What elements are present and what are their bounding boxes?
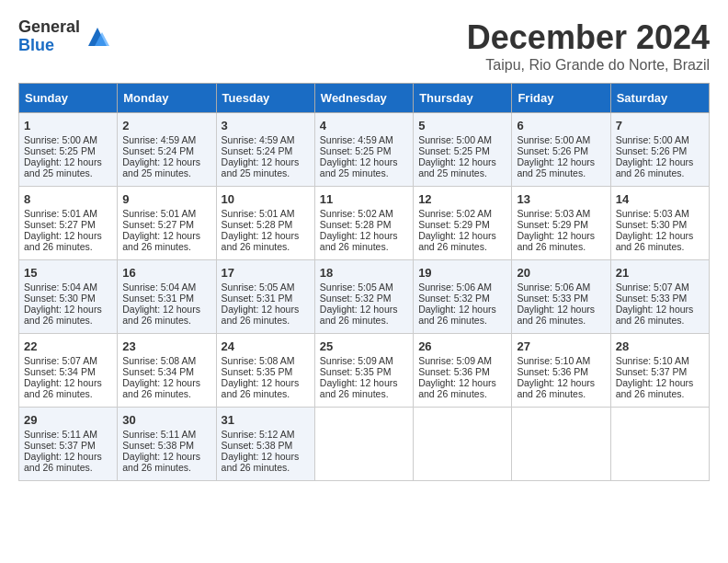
calendar-day-12: 12Sunrise: 5:02 AMSunset: 5:29 PMDayligh… <box>414 187 512 260</box>
calendar-day-2: 2Sunrise: 4:59 AMSunset: 5:24 PMDaylight… <box>118 113 216 187</box>
calendar-day-14: 14Sunrise: 5:03 AMSunset: 5:30 PMDayligh… <box>610 187 709 260</box>
calendar-day-4: 4Sunrise: 4:59 AMSunset: 5:25 PMDaylight… <box>314 113 413 187</box>
calendar-table: Sunday Monday Tuesday Wednesday Thursday… <box>18 83 710 481</box>
calendar-day-13: 13Sunrise: 5:03 AMSunset: 5:29 PMDayligh… <box>512 187 610 260</box>
empty-cell <box>414 408 512 481</box>
calendar-day-28: 28Sunrise: 5:10 AMSunset: 5:37 PMDayligh… <box>610 334 709 408</box>
sunrise-label: Sunrise: 5:00 AM <box>24 134 97 145</box>
day-number: 15 <box>24 266 112 280</box>
col-sunday: Sunday <box>19 84 118 113</box>
empty-cell <box>610 408 709 481</box>
sunrise-label: Sunrise: 4:59 AM <box>122 134 196 145</box>
sunrise-label: Sunrise: 5:09 AM <box>418 355 492 366</box>
sunset-label: Sunset: 5:35 PM <box>320 366 392 377</box>
sunset-label: Sunset: 5:37 PM <box>24 440 96 451</box>
daylight-label: Daylight: 12 hours and 26 minutes. <box>24 230 102 252</box>
day-number: 5 <box>418 119 506 132</box>
sunrise-label: Sunrise: 5:06 AM <box>418 282 492 293</box>
sunrise-label: Sunrise: 5:07 AM <box>24 355 97 366</box>
sunset-label: Sunset: 5:28 PM <box>222 219 293 230</box>
page-header: General Blue December 2024 Taipu, Rio Gr… <box>18 18 710 74</box>
sunrise-label: Sunrise: 5:07 AM <box>616 282 689 293</box>
day-number: 13 <box>517 192 605 206</box>
sunrise-label: Sunrise: 5:10 AM <box>517 355 590 366</box>
calendar-day-3: 3Sunrise: 4:59 AMSunset: 5:24 PMDaylight… <box>216 113 314 187</box>
sunset-label: Sunset: 5:33 PM <box>616 293 688 304</box>
daylight-label: Daylight: 12 hours and 26 minutes. <box>222 304 300 326</box>
calendar-day-10: 10Sunrise: 5:01 AMSunset: 5:28 PMDayligh… <box>216 187 314 260</box>
daylight-label: Daylight: 12 hours and 25 minutes. <box>24 156 102 178</box>
sunset-label: Sunset: 5:24 PM <box>222 145 293 156</box>
day-number: 17 <box>222 266 310 280</box>
logo-icon <box>84 23 111 51</box>
calendar-day-26: 26Sunrise: 5:09 AMSunset: 5:36 PMDayligh… <box>414 334 512 408</box>
day-number: 6 <box>517 119 605 132</box>
daylight-label: Daylight: 12 hours and 26 minutes. <box>517 304 595 326</box>
daylight-label: Daylight: 12 hours and 25 minutes. <box>320 156 398 178</box>
day-number: 10 <box>222 192 310 206</box>
sunrise-label: Sunrise: 5:00 AM <box>517 134 590 145</box>
calendar-week-1: 1Sunrise: 5:00 AMSunset: 5:25 PMDaylight… <box>19 113 710 187</box>
calendar-week-4: 22Sunrise: 5:07 AMSunset: 5:34 PMDayligh… <box>19 334 710 408</box>
daylight-label: Daylight: 12 hours and 26 minutes. <box>320 304 398 326</box>
sunset-label: Sunset: 5:32 PM <box>320 293 392 304</box>
logo-general: General <box>18 18 80 37</box>
sunset-label: Sunset: 5:38 PM <box>222 440 293 451</box>
calendar-day-7: 7Sunrise: 5:00 AMSunset: 5:26 PMDaylight… <box>610 113 709 187</box>
day-number: 31 <box>222 413 310 427</box>
calendar-day-29: 29Sunrise: 5:11 AMSunset: 5:37 PMDayligh… <box>19 408 118 481</box>
location-title: Taipu, Rio Grande do Norte, Brazil <box>467 57 710 74</box>
day-number: 30 <box>122 413 210 427</box>
daylight-label: Daylight: 12 hours and 26 minutes. <box>222 230 300 252</box>
daylight-label: Daylight: 12 hours and 26 minutes. <box>418 304 496 326</box>
sunset-label: Sunset: 5:32 PM <box>418 293 490 304</box>
calendar-day-17: 17Sunrise: 5:05 AMSunset: 5:31 PMDayligh… <box>216 260 314 334</box>
calendar-day-31: 31Sunrise: 5:12 AMSunset: 5:38 PMDayligh… <box>216 408 314 481</box>
sunset-label: Sunset: 5:35 PM <box>222 366 293 377</box>
day-number: 25 <box>320 339 408 353</box>
sunset-label: Sunset: 5:25 PM <box>24 145 96 156</box>
sunset-label: Sunset: 5:34 PM <box>24 366 96 377</box>
calendar-day-22: 22Sunrise: 5:07 AMSunset: 5:34 PMDayligh… <box>19 334 118 408</box>
calendar-day-9: 9Sunrise: 5:01 AMSunset: 5:27 PMDaylight… <box>118 187 216 260</box>
calendar-day-8: 8Sunrise: 5:01 AMSunset: 5:27 PMDaylight… <box>19 187 118 260</box>
daylight-label: Daylight: 12 hours and 26 minutes. <box>616 230 694 252</box>
sunrise-label: Sunrise: 5:09 AM <box>320 355 393 366</box>
calendar-day-19: 19Sunrise: 5:06 AMSunset: 5:32 PMDayligh… <box>414 260 512 334</box>
sunrise-label: Sunrise: 5:12 AM <box>222 429 295 440</box>
daylight-label: Daylight: 12 hours and 26 minutes. <box>616 377 694 399</box>
sunrise-label: Sunrise: 5:00 AM <box>616 134 689 145</box>
header-row: Sunday Monday Tuesday Wednesday Thursday… <box>19 84 710 113</box>
sunset-label: Sunset: 5:37 PM <box>616 366 688 377</box>
daylight-label: Daylight: 12 hours and 26 minutes. <box>122 377 200 399</box>
day-number: 26 <box>418 339 506 353</box>
daylight-label: Daylight: 12 hours and 26 minutes. <box>222 451 300 473</box>
sunrise-label: Sunrise: 5:05 AM <box>320 282 393 293</box>
col-tuesday: Tuesday <box>216 84 314 113</box>
col-monday: Monday <box>118 84 216 113</box>
day-number: 12 <box>418 192 506 206</box>
sunrise-label: Sunrise: 5:08 AM <box>222 355 295 366</box>
daylight-label: Daylight: 12 hours and 26 minutes. <box>616 156 694 178</box>
daylight-label: Daylight: 12 hours and 26 minutes. <box>24 377 102 399</box>
sunrise-label: Sunrise: 5:01 AM <box>122 208 196 219</box>
calendar-day-24: 24Sunrise: 5:08 AMSunset: 5:35 PMDayligh… <box>216 334 314 408</box>
daylight-label: Daylight: 12 hours and 26 minutes. <box>320 377 398 399</box>
calendar-day-11: 11Sunrise: 5:02 AMSunset: 5:28 PMDayligh… <box>314 187 413 260</box>
calendar-day-1: 1Sunrise: 5:00 AMSunset: 5:25 PMDaylight… <box>19 113 118 187</box>
day-number: 2 <box>122 119 210 132</box>
calendar-day-16: 16Sunrise: 5:04 AMSunset: 5:31 PMDayligh… <box>118 260 216 334</box>
calendar-day-15: 15Sunrise: 5:04 AMSunset: 5:30 PMDayligh… <box>19 260 118 334</box>
sunrise-label: Sunrise: 5:01 AM <box>222 208 295 219</box>
month-title: December 2024 <box>467 18 710 57</box>
day-number: 9 <box>122 192 210 206</box>
sunrise-label: Sunrise: 5:01 AM <box>24 208 97 219</box>
sunrise-label: Sunrise: 4:59 AM <box>320 134 393 145</box>
sunrise-label: Sunrise: 4:59 AM <box>222 134 295 145</box>
sunrise-label: Sunrise: 5:06 AM <box>517 282 590 293</box>
sunset-label: Sunset: 5:31 PM <box>222 293 293 304</box>
calendar-day-27: 27Sunrise: 5:10 AMSunset: 5:36 PMDayligh… <box>512 334 610 408</box>
day-number: 27 <box>517 339 605 353</box>
calendar-day-23: 23Sunrise: 5:08 AMSunset: 5:34 PMDayligh… <box>118 334 216 408</box>
sunrise-label: Sunrise: 5:03 AM <box>616 208 689 219</box>
